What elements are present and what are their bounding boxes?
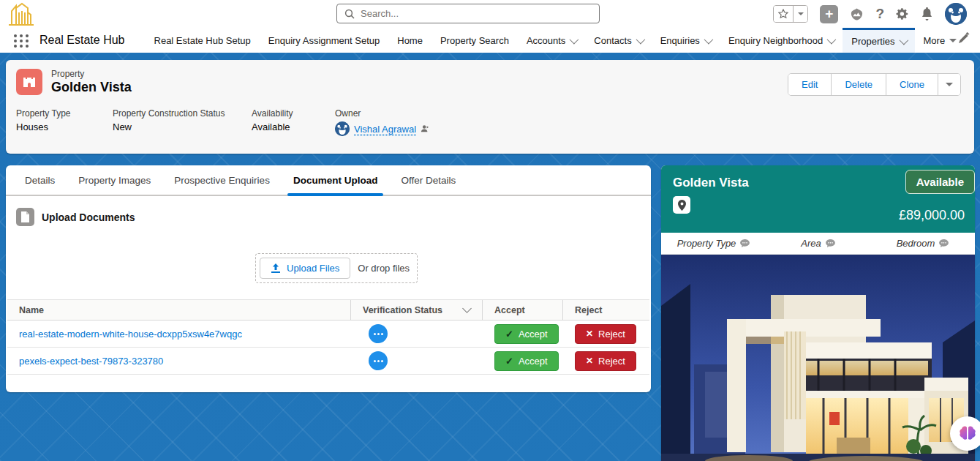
location-pin-button[interactable] <box>673 196 690 214</box>
column-header-accept[interactable]: Accept <box>483 300 563 320</box>
guidance-center-icon[interactable] <box>850 7 864 21</box>
x-icon: ✕ <box>586 356 593 366</box>
property-summary-card: Golden Vista Available £89,000.00 Proper… <box>661 165 975 461</box>
upload-files-button[interactable]: Upload Files <box>260 258 350 279</box>
or-drop-files-label: Or drop files <box>358 263 410 274</box>
column-header-verification-status[interactable]: Verification Status <box>351 300 483 320</box>
field-availability: Availability Available <box>252 108 335 136</box>
chevron-down-icon <box>827 34 837 44</box>
nav-item-contacts[interactable]: Contacts <box>585 28 651 53</box>
record-header: Property Golden Vista Edit Delete Clone … <box>6 60 974 154</box>
clone-button[interactable]: Clone <box>886 74 938 95</box>
chevron-down-icon <box>704 34 713 44</box>
favorites-control <box>773 5 808 23</box>
edit-navigation-pencil-icon[interactable] <box>959 32 970 43</box>
meta-area: Area <box>766 238 870 249</box>
search-input[interactable] <box>361 8 592 19</box>
property-photo <box>661 255 975 461</box>
nav-item-property-search[interactable]: Property Search <box>431 28 518 53</box>
real-estate-hub-app: + ? Real Estate Hub Real Estate Hub Setu… <box>0 0 980 461</box>
chevron-down-icon <box>570 34 579 44</box>
field-property-type: Property Type Houses <box>16 108 113 136</box>
owner-avatar <box>335 121 350 136</box>
record-actions: Edit Delete Clone <box>788 73 961 96</box>
tab-property-images[interactable]: Property Images <box>67 165 162 195</box>
tab-prospective-enquiries[interactable]: Prospective Enquiries <box>162 165 282 195</box>
more-actions-dropdown-button[interactable] <box>938 74 960 95</box>
field-owner: Owner Vishal Agrawal <box>335 108 964 136</box>
upload-documents-title: Upload Documents <box>42 211 135 223</box>
chevron-down-icon <box>636 34 645 44</box>
ai-assistant-button[interactable] <box>950 416 980 451</box>
property-meta-row: Property Type Area Bedroom <box>661 233 975 255</box>
documents-table: Name Verification Status Accept Reject r… <box>7 299 649 375</box>
tab-document-upload[interactable]: Document Upload <box>282 165 390 195</box>
file-dropzone[interactable]: Upload Files Or drop files <box>255 253 418 283</box>
change-owner-icon[interactable] <box>421 124 429 133</box>
setup-gear-icon[interactable] <box>896 7 909 20</box>
owner-link[interactable]: Vishal Agrawal <box>354 124 416 135</box>
verification-status-menu-button[interactable] <box>369 351 388 370</box>
accept-button[interactable]: ✓Accept <box>494 351 559 371</box>
company-logo-icon <box>6 1 35 27</box>
accept-button[interactable]: ✓Accept <box>494 324 559 344</box>
property-price: £89,000.00 <box>899 208 965 223</box>
caret-down-icon <box>949 39 957 42</box>
chevron-down-icon <box>899 36 908 45</box>
edit-button[interactable]: Edit <box>788 74 832 95</box>
record-tabs: Details Property Images Prospective Enqu… <box>6 165 651 196</box>
x-icon: ✕ <box>586 329 593 339</box>
delete-button[interactable]: Delete <box>832 74 886 95</box>
notifications-bell-icon[interactable] <box>921 7 933 20</box>
nav-item-enquiries[interactable]: Enquiries <box>652 28 720 53</box>
comment-bubble-icon[interactable] <box>740 239 750 247</box>
column-header-name[interactable]: Name <box>7 300 351 320</box>
nav-item-properties[interactable]: Properties <box>843 28 914 53</box>
comment-bubble-icon[interactable] <box>826 239 835 247</box>
entity-label: Property <box>51 69 132 79</box>
navigation-bar: Real Estate Hub Real Estate Hub Setup En… <box>0 28 980 53</box>
nav-item-real-estate-hub-setup[interactable]: Real Estate Hub Setup <box>146 28 260 53</box>
nav-item-enquiry-neighborhood[interactable]: Enquiry Neighborhood <box>720 28 843 53</box>
table-row: real-estate-modern-white-house-dcxpp5xsw… <box>7 321 649 348</box>
column-header-reject[interactable]: Reject <box>563 300 649 320</box>
user-avatar[interactable] <box>945 3 967 25</box>
meta-property-type: Property Type <box>661 238 766 249</box>
favorites-dropdown-button[interactable] <box>793 6 807 22</box>
property-card-header: Golden Vista Available £89,000.00 <box>661 165 975 233</box>
comment-bubble-icon[interactable] <box>939 239 949 247</box>
help-icon[interactable]: ? <box>875 6 884 22</box>
favorite-star-button[interactable] <box>774 6 793 22</box>
global-actions-add-button[interactable]: + <box>820 5 838 23</box>
chevron-down-icon <box>462 304 472 313</box>
caret-down-icon <box>946 83 953 86</box>
search-icon <box>344 9 355 19</box>
record-title: Golden Vista <box>51 80 132 95</box>
table-row: pexels-expect-best-79873-323780 ✓Accept … <box>7 348 649 375</box>
brain-icon <box>959 426 976 442</box>
document-link[interactable]: pexels-expect-best-79873-323780 <box>19 356 163 367</box>
global-search[interactable] <box>336 4 600 23</box>
check-icon: ✓ <box>505 356 513 367</box>
reject-button[interactable]: ✕Reject <box>575 324 636 344</box>
tab-details[interactable]: Details <box>13 165 67 195</box>
nav-item-enquiry-assignment-setup[interactable]: Enquiry Assignment Setup <box>260 28 388 53</box>
verification-status-menu-button[interactable] <box>369 324 388 343</box>
availability-status-badge: Available <box>905 170 975 194</box>
check-icon: ✓ <box>505 329 513 340</box>
document-link[interactable]: real-estate-modern-white-house-dcxpp5xsw… <box>19 329 242 340</box>
document-icon <box>16 208 34 226</box>
app-name: Real Estate Hub <box>39 34 125 47</box>
record-detail-panel: Details Property Images Prospective Enqu… <box>6 165 651 392</box>
nav-item-more[interactable]: More <box>915 28 966 53</box>
nav-item-home[interactable]: Home <box>388 28 431 53</box>
global-header: + ? <box>0 0 980 28</box>
caret-down-icon <box>798 12 804 15</box>
reject-button[interactable]: ✕Reject <box>575 351 636 371</box>
app-launcher-icon[interactable] <box>13 33 29 49</box>
tab-offer-details[interactable]: Offer Details <box>389 165 467 195</box>
nav-item-accounts[interactable]: Accounts <box>518 28 585 53</box>
property-record-icon <box>16 69 42 95</box>
upload-icon <box>271 263 281 274</box>
field-property-construction-status: Property Construction Status New <box>113 108 252 136</box>
